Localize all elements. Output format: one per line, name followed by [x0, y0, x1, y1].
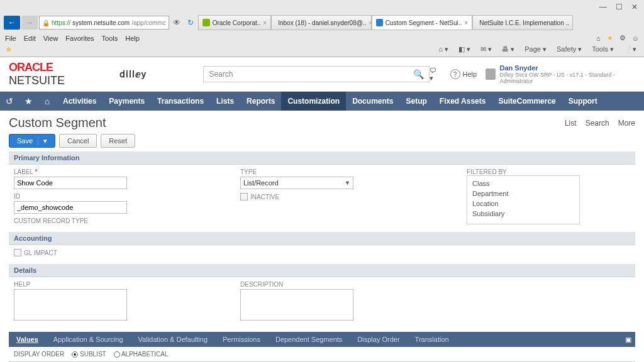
nav-payments[interactable]: Payments [103, 92, 151, 111]
help-label: HELP [14, 281, 203, 288]
browser-tab[interactable]: Custom Segment - NetSui..× [372, 15, 472, 30]
nav-suitecommerce[interactable]: SuiteCommerce [492, 92, 562, 111]
browser-menu-favorites[interactable]: Favorites [65, 35, 94, 42]
expand-icon[interactable]: ▣ [621, 336, 635, 344]
browser-tab[interactable]: NetSuite I.C.E. Implemenation ..× [472, 15, 573, 30]
link-list[interactable]: List [565, 119, 577, 128]
gl-impact-label: GL IMPACT [24, 250, 57, 256]
browser-menu-tools[interactable]: Tools [102, 35, 118, 42]
alphabetical-radio[interactable] [114, 351, 120, 358]
nav-lists[interactable]: Lists [210, 92, 240, 111]
gl-impact-checkbox[interactable] [14, 249, 21, 256]
subtab-validation-defaulting[interactable]: Validation & Defaulting [131, 332, 215, 347]
section-primary: Primary Information [9, 151, 635, 165]
search-icon[interactable]: 🔍 [413, 69, 424, 79]
close-window-icon[interactable]: ✕ [631, 3, 638, 11]
toolbar-feeds-icon[interactable]: ◧ ▾ [456, 45, 473, 53]
maximize-icon[interactable]: ☐ [616, 3, 623, 11]
user-menu[interactable]: Dan Snyder Dilley Svcs OW SRP - US - v17… [486, 64, 635, 84]
home-icon[interactable]: ⌂ [596, 35, 601, 42]
subtab-application-sourcing[interactable]: Application & Sourcing [46, 332, 131, 347]
type-field-label: TYPE [240, 168, 429, 175]
section-accounting: Accounting [9, 232, 635, 245]
global-search-input[interactable]: Search 🔍 [203, 66, 430, 82]
browser-menu-view[interactable]: View [43, 35, 58, 42]
forward-button[interactable]: → [21, 16, 38, 30]
home-nav-icon[interactable]: ⌂ [38, 96, 57, 106]
help-textarea[interactable] [14, 289, 127, 321]
lock-icon: 🔒 [42, 19, 50, 26]
subtab-values[interactable]: Values [9, 332, 46, 347]
refresh-icon[interactable]: ↻ [184, 18, 197, 27]
history-icon[interactable]: ↺ [0, 96, 19, 106]
nav-support[interactable]: Support [562, 92, 604, 111]
sublist-radio[interactable] [72, 351, 78, 358]
filter-option[interactable]: Subsidiary [472, 209, 574, 219]
chevron-down-icon: ▼ [345, 180, 350, 186]
toolbar-mail-icon[interactable]: ✉ ▾ [478, 45, 494, 53]
filtered-by-select[interactable]: ClassDepartmentLocationSubsidiary [467, 175, 580, 224]
description-label: DESCRIPTION [240, 281, 429, 288]
subtab-translation[interactable]: Translation [408, 332, 457, 347]
id-field-label: ID [14, 193, 203, 200]
filter-option[interactable]: Department [472, 189, 574, 199]
browser-menu-file[interactable]: File [5, 35, 16, 42]
toolbar-page[interactable]: Page ▾ [522, 45, 549, 53]
star-icon[interactable]: ★ [607, 34, 613, 42]
reset-button[interactable]: Reset [101, 134, 135, 148]
help-link[interactable]: ?Help [450, 69, 477, 79]
nav-documents[interactable]: Documents [346, 92, 399, 111]
display-order-label: DISPLAY ORDER [14, 351, 64, 358]
label-input[interactable] [14, 177, 127, 189]
id-input[interactable] [14, 201, 127, 214]
toolbar-tools[interactable]: Tools ▾ [589, 45, 616, 53]
subtab-permissions[interactable]: Permissions [215, 332, 268, 347]
subtab-display-order[interactable]: Display Order [350, 332, 407, 347]
cancel-button[interactable]: Cancel [59, 134, 97, 148]
oracle-netsuite-logo: ORACLE NETSUITE [9, 61, 106, 87]
toolbar-help-icon[interactable]: ❔▾ [621, 45, 639, 53]
nav-reports[interactable]: Reports [240, 92, 281, 111]
filtered-by-label: FILTERED BY [467, 168, 644, 175]
toolbar-safety[interactable]: Safety ▾ [554, 45, 584, 53]
browser-tab[interactable]: Oracle Corporat..× [198, 15, 272, 30]
feedback-icon[interactable]: 🗩 ▾ [430, 67, 441, 82]
nav-fixed-assets[interactable]: Fixed Assets [433, 92, 492, 111]
smile-icon[interactable]: ☺ [632, 35, 639, 42]
browser-menu-edit[interactable]: Edit [24, 35, 36, 42]
nav-setup[interactable]: Setup [399, 92, 433, 111]
custom-record-type-label: CUSTOM RECORD TYPE [14, 217, 203, 224]
nav-customization[interactable]: Customization [281, 92, 346, 111]
description-textarea[interactable] [240, 289, 353, 321]
inactive-checkbox[interactable] [240, 193, 248, 200]
link-more[interactable]: More [618, 119, 635, 128]
browser-tab[interactable]: Inbox (18) - daniel.snyder08@..× [271, 15, 372, 30]
inactive-label: INACTIVE [250, 194, 279, 200]
toolbar-home-icon[interactable]: ⌂ ▾ [436, 45, 451, 53]
filter-option[interactable]: Class [472, 178, 574, 189]
nav-activities[interactable]: Activities [57, 92, 103, 111]
type-select[interactable]: List/Record▼ [240, 177, 353, 189]
subtab-dependent-segments[interactable]: Dependent Segments [268, 332, 350, 347]
avatar [486, 69, 496, 80]
gear-icon[interactable]: ⚙ [619, 34, 626, 42]
minimize-icon[interactable]: — [599, 3, 607, 11]
label-field-label: LABEL * [14, 168, 203, 175]
favorite-icon[interactable]: ★ [19, 96, 38, 106]
toolbar-print-icon[interactable]: 🖶 ▾ [499, 45, 517, 53]
browser-menu-help[interactable]: Help [125, 35, 140, 42]
nav-transactions[interactable]: Transactions [151, 92, 210, 111]
save-button[interactable]: Save▾ [9, 134, 55, 148]
link-search[interactable]: Search [586, 119, 609, 128]
stop-icon[interactable]: 👁 [170, 18, 183, 27]
favorites-star-icon[interactable]: ★ [5, 45, 13, 54]
url-bar[interactable]: 🔒 https://system.netsuite.com/app/commc [39, 16, 169, 30]
company-logo: ⅾⅰⅼⅼⅇy [119, 69, 147, 79]
back-button[interactable]: ← [4, 16, 20, 30]
filter-option[interactable]: Location [472, 199, 574, 209]
page-title: Custom Segment [9, 116, 106, 130]
section-details: Details [9, 264, 635, 277]
